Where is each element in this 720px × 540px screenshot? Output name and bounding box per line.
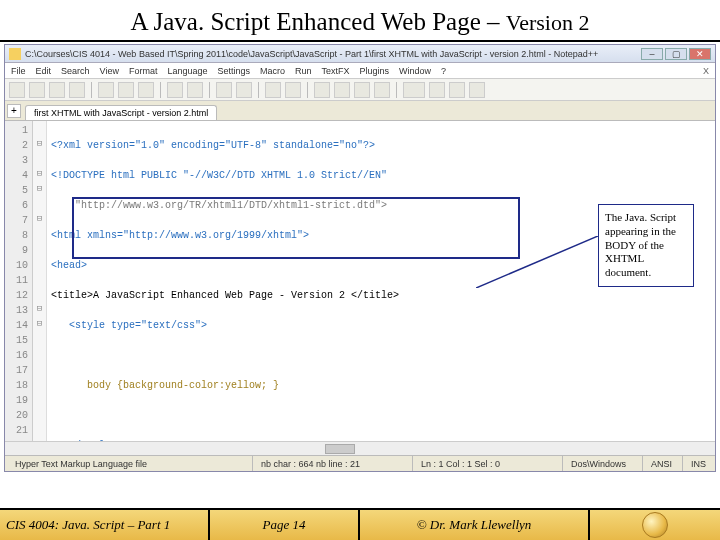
menu-search[interactable]: Search	[61, 66, 90, 76]
menu-view[interactable]: View	[100, 66, 119, 76]
menu-run[interactable]: Run	[295, 66, 312, 76]
toolbar-icon[interactable]	[469, 82, 485, 98]
fold-gutter: ⊟⊟⊟⊟⊟⊟	[33, 121, 47, 441]
code-line: <title>A JavaScript Enhanced Web Page - …	[51, 290, 399, 301]
status-position: Ln : 1 Col : 1 Sel : 0	[413, 456, 563, 471]
toolbar-sep	[307, 82, 308, 98]
status-eol: Dos\Windows	[563, 456, 643, 471]
logo-icon	[642, 512, 668, 538]
paste-icon[interactable]	[138, 82, 154, 98]
minimize-button[interactable]: –	[641, 48, 663, 60]
callout-box: The Java. Script appearing in the BODY o…	[598, 204, 694, 287]
menu-format[interactable]: Format	[129, 66, 158, 76]
zoom-in-icon[interactable]	[265, 82, 281, 98]
menubar: File Edit Search View Format Language Se…	[5, 63, 715, 79]
status-chars: nb char : 664 nb line : 21	[253, 456, 413, 471]
toolbar-icon[interactable]	[449, 82, 465, 98]
copy-icon[interactable]	[118, 82, 134, 98]
save-all-icon[interactable]	[69, 82, 85, 98]
zoom-out-icon[interactable]	[285, 82, 301, 98]
footer-author: © Dr. Mark Llewellyn	[360, 510, 590, 540]
outdent-icon[interactable]	[374, 82, 390, 98]
toolbar-sep	[396, 82, 397, 98]
menu-file[interactable]: File	[11, 66, 26, 76]
callout-text: The Java. Script appearing in the BODY o…	[605, 211, 676, 278]
redo-icon[interactable]	[187, 82, 203, 98]
show-all-icon[interactable]	[334, 82, 350, 98]
menu-help[interactable]: ?	[441, 66, 446, 76]
close-doc-icon[interactable]: X	[703, 66, 709, 76]
save-icon[interactable]	[49, 82, 65, 98]
new-tab-button[interactable]: +	[7, 104, 21, 118]
code-line: <?xml version="1.0" encoding="UTF-8" sta…	[51, 140, 375, 151]
toolbar-sep	[258, 82, 259, 98]
menu-edit[interactable]: Edit	[36, 66, 52, 76]
code-line: <html xmlns="http://www.w3.org/1999/xhtm…	[51, 230, 309, 241]
menu-language[interactable]: Language	[167, 66, 207, 76]
toolbar-sep	[91, 82, 92, 98]
code-line	[51, 348, 715, 363]
menu-settings[interactable]: Settings	[217, 66, 250, 76]
replace-icon[interactable]	[236, 82, 252, 98]
menu-plugins[interactable]: Plugins	[360, 66, 390, 76]
code-line: <head>	[51, 260, 87, 271]
window-buttons: – ▢ ✕	[641, 48, 711, 60]
undo-icon[interactable]	[167, 82, 183, 98]
new-file-icon[interactable]	[9, 82, 25, 98]
toolbar	[5, 79, 715, 101]
footer-course: CIS 4004: Java. Script – Part 1	[0, 510, 210, 540]
code-line: <!DOCTYPE html PUBLIC "-//W3C//DTD XHTML…	[51, 170, 387, 181]
footer-logo	[590, 512, 720, 538]
app-icon	[9, 48, 21, 60]
code-line: body {background-color:yellow; }	[51, 380, 279, 391]
file-tab[interactable]: first XHTML with JavaScript - version 2.…	[25, 105, 217, 120]
scrollbar-thumb[interactable]	[325, 444, 355, 454]
close-button[interactable]: ✕	[689, 48, 711, 60]
footer-page: Page 14	[210, 510, 360, 540]
menu-window[interactable]: Window	[399, 66, 431, 76]
titlebar[interactable]: C:\Courses\CIS 4014 - Web Based IT\Sprin…	[5, 45, 715, 63]
slide-title-main: A Java. Script Enhanced Web Page –	[131, 8, 506, 35]
statusbar: Hyper Text Markup Language file nb char …	[5, 455, 715, 471]
status-filetype: Hyper Text Markup Language file	[7, 456, 253, 471]
code-line: <style type="text/css">	[51, 320, 207, 331]
maximize-button[interactable]: ▢	[665, 48, 687, 60]
find-icon[interactable]	[216, 82, 232, 98]
slide-title: A Java. Script Enhanced Web Page – Versi…	[0, 0, 720, 42]
menu-macro[interactable]: Macro	[260, 66, 285, 76]
slide-footer: CIS 4004: Java. Script – Part 1 Page 14 …	[0, 508, 720, 540]
status-encoding: ANSI	[643, 456, 683, 471]
play-macro-icon[interactable]	[429, 82, 445, 98]
wrap-icon[interactable]	[314, 82, 330, 98]
menu-textfx[interactable]: TextFX	[322, 66, 350, 76]
indent-icon[interactable]	[354, 82, 370, 98]
slide-title-sub: Version 2	[506, 10, 590, 35]
status-insert: INS	[683, 456, 713, 471]
code-line: "http://www.w3.org/TR/xhtml1/DTD/xhtml1-…	[51, 200, 387, 211]
line-gutter: 123456789101112131415161718192021	[5, 121, 33, 441]
tabstrip: + first XHTML with JavaScript - version …	[5, 101, 715, 121]
horizontal-scrollbar[interactable]	[5, 441, 715, 455]
cut-icon[interactable]	[98, 82, 114, 98]
window-title: C:\Courses\CIS 4014 - Web Based IT\Sprin…	[25, 49, 598, 59]
code-line	[51, 408, 715, 423]
toolbar-sep	[160, 82, 161, 98]
toolbar-sep	[209, 82, 210, 98]
record-macro-icon[interactable]	[403, 82, 425, 98]
open-file-icon[interactable]	[29, 82, 45, 98]
